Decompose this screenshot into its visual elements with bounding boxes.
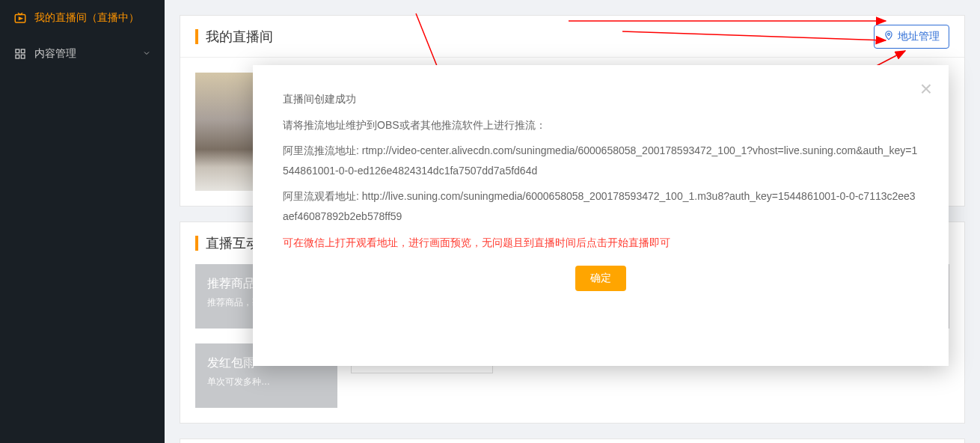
svg-rect-3 <box>16 55 19 58</box>
modal-footer: 确定 <box>283 266 919 291</box>
sidebar: 我的直播间（直播中） 内容管理 <box>0 0 165 443</box>
modal-line-success: 直播间创建成功 <box>283 89 919 109</box>
chevron-down-icon <box>142 48 151 60</box>
card-header: 弹幕禁言 <box>180 439 964 443</box>
svg-point-5 <box>888 33 890 35</box>
modal-create-success: × 直播间创建成功 请将推流地址维护到OBS或者其他推流软件上进行推流： 阿里流… <box>253 65 949 366</box>
card-danmu-ban: 弹幕禁言 <box>180 439 965 443</box>
location-icon <box>883 30 894 43</box>
modal-line-warning: 可在微信上打开观看地址，进行画面预览，无问题且到直播时间后点击开始直播即可 <box>283 233 919 253</box>
sidebar-item-content-mgmt[interactable]: 内容管理 <box>0 36 165 72</box>
close-icon[interactable]: × <box>920 79 932 100</box>
card-header: 我的直播间 地址管理 <box>180 16 964 58</box>
modal-line-instruction: 请将推流地址维护到OBS或者其他推流软件上进行推流： <box>283 115 919 135</box>
svg-rect-1 <box>16 49 19 53</box>
addr-btn-label: 地址管理 <box>898 30 940 43</box>
ok-button[interactable]: 确定 <box>575 266 626 291</box>
sidebar-item-my-live-room[interactable]: 我的直播间（直播中） <box>0 0 165 36</box>
svg-rect-2 <box>21 49 25 53</box>
svg-rect-4 <box>21 55 25 58</box>
grid-icon <box>13 47 27 61</box>
card-title: 我的直播间 <box>206 28 874 46</box>
address-manage-button[interactable]: 地址管理 <box>874 25 949 49</box>
modal-line-watch-url: 阿里流观看地址: http://live.suning.com/suningme… <box>283 186 919 226</box>
sidebar-item-label: 内容管理 <box>34 47 76 61</box>
modal-line-push-url: 阿里流推流地址: rtmp://video-center.alivecdn.co… <box>283 141 919 180</box>
tile-subtitle: 单次可发多种… <box>207 376 325 388</box>
live-icon <box>13 11 27 25</box>
accent-bar <box>195 236 198 251</box>
accent-bar <box>195 29 198 44</box>
modal-body: 直播间创建成功 请将推流地址维护到OBS或者其他推流软件上进行推流： 阿里流推流… <box>253 65 949 306</box>
sidebar-item-label: 我的直播间（直播中） <box>34 11 139 25</box>
